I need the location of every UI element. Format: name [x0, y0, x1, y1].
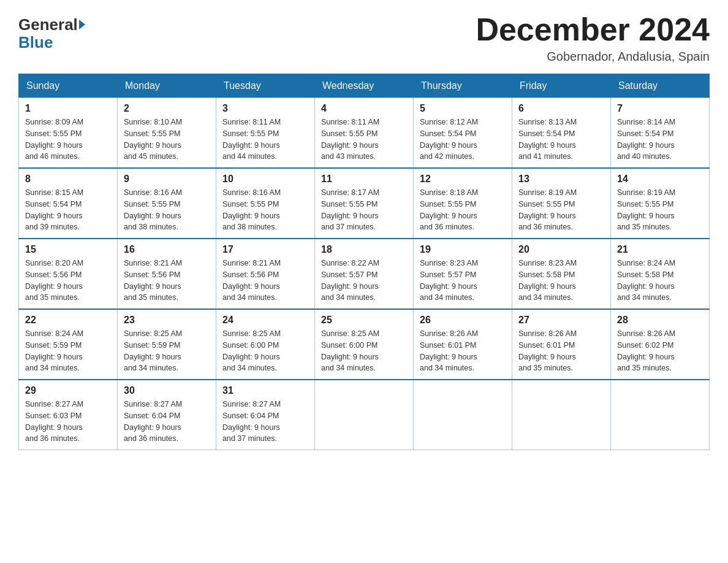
day-info: Sunrise: 8:26 AMSunset: 6:01 PMDaylight:… [420, 328, 506, 374]
calendar-day-cell: 24Sunrise: 8:25 AMSunset: 6:00 PMDayligh… [216, 309, 315, 380]
day-info: Sunrise: 8:25 AMSunset: 5:59 PMDaylight:… [124, 328, 210, 374]
calendar-day-cell [512, 380, 611, 450]
day-number: 31 [222, 385, 308, 396]
day-info: Sunrise: 8:23 AMSunset: 5:57 PMDaylight:… [420, 258, 506, 304]
day-number: 23 [124, 315, 210, 326]
calendar-day-cell: 31Sunrise: 8:27 AMSunset: 6:04 PMDayligh… [216, 380, 315, 450]
day-info: Sunrise: 8:23 AMSunset: 5:58 PMDaylight:… [518, 258, 604, 304]
calendar-day-cell: 19Sunrise: 8:23 AMSunset: 5:57 PMDayligh… [414, 239, 512, 309]
day-info: Sunrise: 8:21 AMSunset: 5:56 PMDaylight:… [222, 258, 308, 304]
day-info: Sunrise: 8:24 AMSunset: 5:59 PMDaylight:… [25, 328, 111, 374]
day-info: Sunrise: 8:24 AMSunset: 5:58 PMDaylight:… [617, 258, 703, 304]
calendar-week-row: 29Sunrise: 8:27 AMSunset: 6:03 PMDayligh… [19, 380, 710, 450]
day-number: 19 [420, 244, 506, 255]
day-number: 10 [222, 174, 308, 185]
calendar-day-cell: 5Sunrise: 8:12 AMSunset: 5:54 PMDaylight… [414, 98, 512, 169]
day-info: Sunrise: 8:11 AMSunset: 5:55 PMDaylight:… [222, 117, 308, 163]
day-info: Sunrise: 8:20 AMSunset: 5:56 PMDaylight:… [25, 258, 111, 304]
day-info: Sunrise: 8:17 AMSunset: 5:55 PMDaylight:… [321, 187, 407, 233]
day-info: Sunrise: 8:25 AMSunset: 6:00 PMDaylight:… [222, 328, 308, 374]
calendar-day-cell: 27Sunrise: 8:26 AMSunset: 6:01 PMDayligh… [512, 309, 611, 380]
day-number: 18 [321, 244, 407, 255]
day-info: Sunrise: 8:27 AMSunset: 6:04 PMDaylight:… [124, 399, 210, 445]
page-header: GeneralBlue December 2024 Gobernador, An… [18, 12, 710, 64]
day-number: 16 [124, 244, 210, 255]
month-year-title: December 2024 [476, 12, 710, 47]
header-monday: Monday [118, 74, 216, 98]
day-info: Sunrise: 8:19 AMSunset: 5:55 PMDaylight:… [518, 187, 604, 233]
day-info: Sunrise: 8:10 AMSunset: 5:55 PMDaylight:… [124, 117, 210, 163]
day-number: 25 [321, 315, 407, 326]
calendar-day-cell [414, 380, 512, 450]
calendar-day-cell: 25Sunrise: 8:25 AMSunset: 6:00 PMDayligh… [315, 309, 414, 380]
day-number: 24 [222, 315, 308, 326]
day-number: 28 [617, 315, 703, 326]
calendar-day-cell: 12Sunrise: 8:18 AMSunset: 5:55 PMDayligh… [414, 168, 512, 239]
calendar-day-cell: 6Sunrise: 8:13 AMSunset: 5:54 PMDaylight… [512, 98, 611, 169]
day-info: Sunrise: 8:25 AMSunset: 6:00 PMDaylight:… [321, 328, 407, 374]
day-number: 30 [124, 385, 210, 396]
calendar-day-cell: 20Sunrise: 8:23 AMSunset: 5:58 PMDayligh… [512, 239, 611, 309]
title-area: December 2024 Gobernador, Andalusia, Spa… [476, 12, 710, 64]
header-friday: Friday [512, 74, 611, 98]
calendar-day-cell: 21Sunrise: 8:24 AMSunset: 5:58 PMDayligh… [611, 239, 710, 309]
calendar-day-cell: 8Sunrise: 8:15 AMSunset: 5:54 PMDaylight… [19, 168, 118, 239]
calendar-day-cell: 3Sunrise: 8:11 AMSunset: 5:55 PMDaylight… [216, 98, 315, 169]
day-info: Sunrise: 8:11 AMSunset: 5:55 PMDaylight:… [321, 117, 407, 163]
day-number: 17 [222, 244, 308, 255]
day-info: Sunrise: 8:19 AMSunset: 5:55 PMDaylight:… [617, 187, 703, 233]
calendar-day-cell: 26Sunrise: 8:26 AMSunset: 6:01 PMDayligh… [414, 309, 512, 380]
header-saturday: Saturday [611, 74, 710, 98]
calendar-week-row: 22Sunrise: 8:24 AMSunset: 5:59 PMDayligh… [19, 309, 710, 380]
day-info: Sunrise: 8:15 AMSunset: 5:54 PMDaylight:… [25, 187, 111, 233]
day-info: Sunrise: 8:13 AMSunset: 5:54 PMDaylight:… [518, 117, 604, 163]
calendar-week-row: 8Sunrise: 8:15 AMSunset: 5:54 PMDaylight… [19, 168, 710, 239]
day-number: 27 [518, 315, 604, 326]
location-subtitle: Gobernador, Andalusia, Spain [476, 50, 710, 64]
calendar-day-cell: 9Sunrise: 8:16 AMSunset: 5:55 PMDaylight… [118, 168, 216, 239]
calendar-day-cell: 14Sunrise: 8:19 AMSunset: 5:55 PMDayligh… [611, 168, 710, 239]
header-tuesday: Tuesday [216, 74, 315, 98]
day-info: Sunrise: 8:27 AMSunset: 6:04 PMDaylight:… [222, 399, 308, 445]
day-info: Sunrise: 8:18 AMSunset: 5:55 PMDaylight:… [420, 187, 506, 233]
day-number: 21 [617, 244, 703, 255]
day-number: 14 [617, 174, 703, 185]
day-number: 20 [518, 244, 604, 255]
day-number: 9 [124, 174, 210, 185]
day-number: 15 [25, 244, 111, 255]
header-wednesday: Wednesday [315, 74, 414, 98]
day-info: Sunrise: 8:26 AMSunset: 6:01 PMDaylight:… [518, 328, 604, 374]
calendar-day-cell: 17Sunrise: 8:21 AMSunset: 5:56 PMDayligh… [216, 239, 315, 309]
calendar-week-row: 1Sunrise: 8:09 AMSunset: 5:55 PMDaylight… [19, 98, 710, 169]
calendar-day-cell: 18Sunrise: 8:22 AMSunset: 5:57 PMDayligh… [315, 239, 414, 309]
day-number: 13 [518, 174, 604, 185]
day-number: 6 [518, 103, 604, 114]
logo-blue: Blue [18, 33, 53, 52]
calendar-day-cell: 2Sunrise: 8:10 AMSunset: 5:55 PMDaylight… [118, 98, 216, 169]
calendar-day-cell: 29Sunrise: 8:27 AMSunset: 6:03 PMDayligh… [19, 380, 118, 450]
calendar-day-cell: 23Sunrise: 8:25 AMSunset: 5:59 PMDayligh… [118, 309, 216, 380]
calendar-day-cell: 13Sunrise: 8:19 AMSunset: 5:55 PMDayligh… [512, 168, 611, 239]
calendar-day-cell: 7Sunrise: 8:14 AMSunset: 5:54 PMDaylight… [611, 98, 710, 169]
calendar-table: SundayMondayTuesdayWednesdayThursdayFrid… [18, 74, 710, 450]
day-number: 8 [25, 174, 111, 185]
day-number: 5 [420, 103, 506, 114]
header-sunday: Sunday [19, 74, 118, 98]
day-number: 3 [222, 103, 308, 114]
day-number: 4 [321, 103, 407, 114]
calendar-header-row: SundayMondayTuesdayWednesdayThursdayFrid… [19, 74, 710, 98]
calendar-day-cell: 28Sunrise: 8:26 AMSunset: 6:02 PMDayligh… [611, 309, 710, 380]
calendar-day-cell: 11Sunrise: 8:17 AMSunset: 5:55 PMDayligh… [315, 168, 414, 239]
header-thursday: Thursday [414, 74, 512, 98]
logo-text: GeneralBlue [18, 16, 85, 51]
calendar-week-row: 15Sunrise: 8:20 AMSunset: 5:56 PMDayligh… [19, 239, 710, 309]
day-number: 22 [25, 315, 111, 326]
day-info: Sunrise: 8:21 AMSunset: 5:56 PMDaylight:… [124, 258, 210, 304]
calendar-day-cell: 15Sunrise: 8:20 AMSunset: 5:56 PMDayligh… [19, 239, 118, 309]
day-number: 12 [420, 174, 506, 185]
day-info: Sunrise: 8:22 AMSunset: 5:57 PMDaylight:… [321, 258, 407, 304]
day-info: Sunrise: 8:16 AMSunset: 5:55 PMDaylight:… [222, 187, 308, 233]
day-info: Sunrise: 8:09 AMSunset: 5:55 PMDaylight:… [25, 117, 111, 163]
day-info: Sunrise: 8:16 AMSunset: 5:55 PMDaylight:… [124, 187, 210, 233]
day-info: Sunrise: 8:27 AMSunset: 6:03 PMDaylight:… [25, 399, 111, 445]
